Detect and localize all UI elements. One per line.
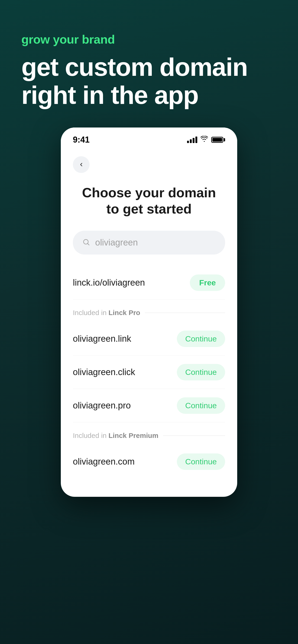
signal-bar-1: [187, 141, 189, 143]
search-bar[interactable]: oliviagreen: [73, 231, 225, 254]
free-badge-button[interactable]: Free: [190, 274, 225, 291]
domain-item: oliviagreen.linkContinue: [73, 322, 225, 356]
section-divider: [145, 313, 225, 313]
domain-name: oliviagreen.link: [73, 334, 131, 344]
section-label: Included in Linck Premium: [73, 422, 225, 445]
status-bar: 9:41: [61, 128, 237, 149]
back-button[interactable]: [73, 156, 90, 173]
section-label: Included in Linck Pro: [73, 300, 225, 322]
hero-section: grow your brand get custom domain right …: [21, 32, 277, 109]
domain-item: oliviagreen.comContinue: [73, 445, 225, 478]
signal-bar-4: [195, 136, 197, 143]
domain-name: linck.io/oliviagreen: [73, 278, 145, 288]
section-divider: [163, 436, 225, 436]
continue-badge-button[interactable]: Continue: [177, 364, 225, 380]
continue-badge-button[interactable]: Continue: [177, 454, 225, 470]
continue-badge-button[interactable]: Continue: [177, 397, 225, 414]
search-icon: [82, 238, 91, 247]
battery-icon: [211, 137, 225, 143]
search-value: oliviagreen: [95, 238, 138, 248]
signal-bar-3: [193, 138, 194, 143]
wifi-icon: [200, 136, 208, 144]
chevron-left-icon: [79, 162, 84, 168]
domain-item: oliviagreen.clickContinue: [73, 356, 225, 389]
domain-name: oliviagreen.com: [73, 457, 135, 467]
domain-name: oliviagreen.pro: [73, 400, 131, 410]
domain-list: linck.io/oliviagreenFreeIncluded in Linc…: [73, 266, 225, 478]
phone-mockup: 9:41: [61, 128, 237, 497]
signal-bar-2: [190, 139, 192, 143]
domain-item: oliviagreen.proContinue: [73, 389, 225, 422]
domain-title: Choose your domain to get started: [73, 184, 225, 217]
continue-badge-button[interactable]: Continue: [177, 330, 225, 347]
hero-title: get custom domain right in the app: [21, 53, 277, 109]
domain-name: oliviagreen.click: [73, 367, 135, 377]
status-time: 9:41: [73, 135, 90, 145]
phone-content: Choose your domain to get started olivia…: [61, 149, 237, 497]
signal-bars-icon: [187, 136, 197, 143]
domain-item: linck.io/oliviagreenFree: [73, 266, 225, 300]
status-icons: [187, 136, 225, 144]
hero-tagline: grow your brand: [21, 32, 277, 46]
